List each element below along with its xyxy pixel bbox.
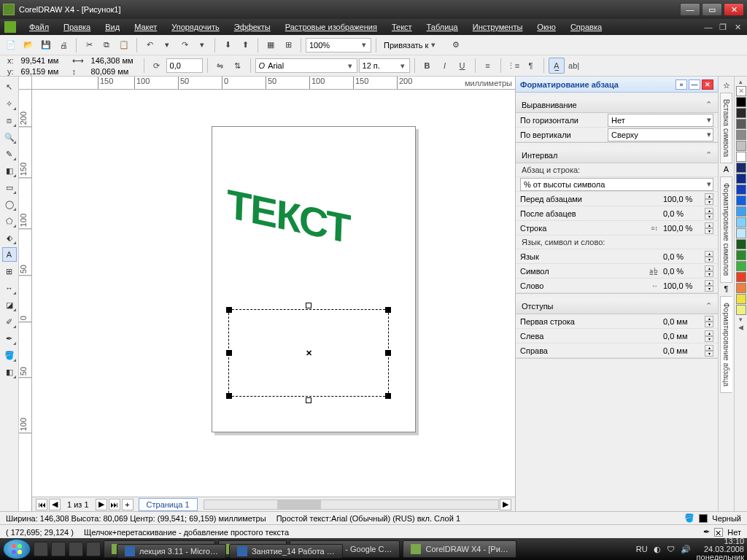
menu-help[interactable]: Справка bbox=[563, 20, 609, 34]
handle-bottom-left[interactable] bbox=[226, 393, 232, 399]
start-button[interactable] bbox=[3, 539, 31, 559]
docker-tab-char-format[interactable]: Форматирование символов bbox=[720, 176, 732, 282]
drawing-viewport[interactable]: ТЕКСТ ✕ bbox=[32, 90, 515, 497]
swatch[interactable] bbox=[736, 250, 746, 260]
char-format-button[interactable]: A̲ bbox=[549, 58, 565, 74]
menu-tools[interactable]: Инструменты bbox=[465, 20, 530, 34]
undo-dropdown-icon[interactable]: ▾ bbox=[159, 37, 175, 53]
docker-collapse-button[interactable]: » bbox=[676, 79, 687, 90]
task-item[interactable]: лекция 3.11 - Micro… bbox=[117, 544, 226, 559]
redo-button[interactable]: ↷ bbox=[177, 37, 193, 53]
menu-table[interactable]: Таблица bbox=[419, 20, 465, 34]
swatch[interactable] bbox=[736, 272, 746, 282]
rectangle-tool[interactable]: ▭ bbox=[2, 180, 17, 195]
print-button[interactable]: 🖨 bbox=[55, 37, 71, 53]
zoom-tool[interactable]: 🔍 bbox=[2, 130, 17, 144]
after-para-spinner[interactable]: ▴▾ bbox=[705, 208, 713, 219]
options-button[interactable]: ⚙ bbox=[448, 37, 464, 53]
new-button[interactable]: 📄 bbox=[3, 37, 19, 53]
import-button[interactable]: ⬇ bbox=[220, 37, 236, 53]
copy-button[interactable]: ⧉ bbox=[98, 37, 115, 53]
bullets-button[interactable]: ⋮≡ bbox=[506, 58, 522, 74]
ruler-vertical[interactable]: 200 150 100 50 0 50 100 bbox=[19, 90, 32, 511]
quicklaunch-4-icon[interactable] bbox=[86, 542, 101, 556]
handle-mid-right[interactable] bbox=[385, 350, 391, 356]
table-tool[interactable]: ⊞ bbox=[2, 264, 17, 279]
y-value[interactable]: 69,159 мм bbox=[21, 67, 65, 76]
italic-button[interactable]: I bbox=[437, 58, 453, 74]
left-indent-value[interactable]: 0,0 мм bbox=[661, 331, 705, 341]
page-prev-button[interactable]: ◀ bbox=[49, 499, 61, 510]
snap-dropdown[interactable]: Привязать к▾ bbox=[381, 38, 446, 52]
underline-button[interactable]: U bbox=[454, 58, 471, 74]
tray-net-icon[interactable]: ◐ bbox=[654, 545, 661, 554]
open-button[interactable]: 📂 bbox=[20, 37, 36, 53]
font-dropdown[interactable]: OArial▾ bbox=[255, 58, 357, 73]
fill-swatch[interactable] bbox=[699, 514, 708, 523]
swatch[interactable] bbox=[736, 141, 746, 151]
right-indent-value[interactable]: 0,0 мм bbox=[661, 346, 705, 356]
indent-section-header[interactable]: Отступы⌃ bbox=[516, 298, 718, 314]
swatch[interactable] bbox=[736, 283, 746, 293]
artistic-text-object[interactable]: ТЕКСТ bbox=[226, 179, 350, 252]
outline-swatch[interactable]: ✕ bbox=[714, 528, 723, 537]
handle-bottom-mid[interactable] bbox=[306, 397, 311, 403]
interactive-tool[interactable]: ◪ bbox=[2, 298, 17, 312]
page-next-button[interactable]: ▶ bbox=[96, 499, 107, 510]
char-spinner[interactable]: ▴▾ bbox=[705, 265, 713, 277]
bold-button[interactable]: B bbox=[419, 58, 436, 74]
page-add-button[interactable]: + bbox=[122, 499, 133, 510]
menu-layout[interactable]: Макет bbox=[127, 20, 164, 34]
spacing-section-header[interactable]: Интервал⌃ bbox=[516, 147, 718, 163]
lang-value[interactable]: 0,0 % bbox=[661, 252, 705, 262]
basic-shapes-tool[interactable]: ⬖ bbox=[2, 230, 17, 245]
swatch[interactable] bbox=[736, 97, 746, 107]
swatch[interactable] bbox=[736, 305, 746, 315]
before-para-value[interactable]: 100,0 % bbox=[661, 194, 705, 204]
docker-min-button[interactable]: — bbox=[689, 79, 700, 90]
selection-frame[interactable]: ✕ bbox=[228, 309, 389, 397]
horizontal-scrollbar[interactable] bbox=[204, 499, 499, 510]
swatch[interactable] bbox=[736, 239, 746, 249]
menu-edit[interactable]: Правка bbox=[56, 20, 98, 34]
crop-tool[interactable]: ⧈ bbox=[2, 113, 17, 128]
page-last-button[interactable]: ⏭ bbox=[109, 499, 120, 510]
swatch[interactable] bbox=[736, 130, 746, 140]
handle-mid-left[interactable] bbox=[226, 350, 232, 356]
dropcap-button[interactable]: ¶ bbox=[523, 58, 539, 74]
page-first-button[interactable]: ⏮ bbox=[36, 499, 47, 510]
menu-view[interactable]: Вид bbox=[98, 20, 127, 34]
swatch[interactable] bbox=[736, 261, 746, 271]
outline-tool[interactable]: ✒ bbox=[2, 331, 17, 346]
docker-tab-insert-char[interactable]: Вставка символа bbox=[720, 93, 732, 163]
word-spinner[interactable]: ▴▾ bbox=[705, 280, 713, 292]
zoom-dropdown[interactable]: 100%▾ bbox=[306, 38, 371, 52]
freehand-tool[interactable]: ✎ bbox=[2, 147, 17, 161]
after-para-value[interactable]: 0,0 % bbox=[661, 209, 705, 219]
align-button[interactable]: ≡ bbox=[480, 58, 496, 74]
pick-tool[interactable]: ↖ bbox=[2, 79, 17, 94]
palette-up-icon[interactable]: ▴ bbox=[739, 78, 743, 85]
text-tool[interactable]: A bbox=[2, 247, 17, 262]
eyedropper-tool[interactable]: ✐ bbox=[2, 314, 17, 329]
task-item[interactable]: Занятие_14 Работа … bbox=[229, 544, 343, 559]
swatch[interactable] bbox=[736, 228, 746, 238]
swatch[interactable] bbox=[736, 206, 746, 217]
h-value[interactable]: 80,069 мм bbox=[91, 67, 135, 76]
dimension-tool[interactable]: ↔ bbox=[2, 281, 17, 295]
ruler-horizontal[interactable]: 150 100 50 0 50 100 150 200 миллиметры bbox=[32, 77, 515, 90]
interactive-fill-tool[interactable]: ◧ bbox=[2, 365, 17, 379]
save-button[interactable]: 💾 bbox=[38, 37, 54, 53]
paste-button[interactable]: 📋 bbox=[116, 37, 132, 53]
left-indent-spinner[interactable]: ▴▾ bbox=[705, 330, 713, 342]
line-value[interactable]: 100,0 % bbox=[661, 223, 705, 233]
doc-close-icon[interactable]: ✕ bbox=[732, 23, 743, 32]
docker-tab-a-icon[interactable]: A bbox=[724, 165, 729, 175]
export-button[interactable]: ⬆ bbox=[237, 37, 253, 53]
welcome-button[interactable]: ⊞ bbox=[280, 37, 296, 53]
polygon-tool[interactable]: ⬠ bbox=[2, 214, 17, 228]
redo-dropdown-icon[interactable]: ▾ bbox=[194, 37, 210, 53]
menu-arrange[interactable]: Упорядочить bbox=[164, 20, 226, 34]
doc-restore-icon[interactable]: ❐ bbox=[718, 23, 728, 32]
handle-top-left[interactable] bbox=[226, 307, 232, 313]
